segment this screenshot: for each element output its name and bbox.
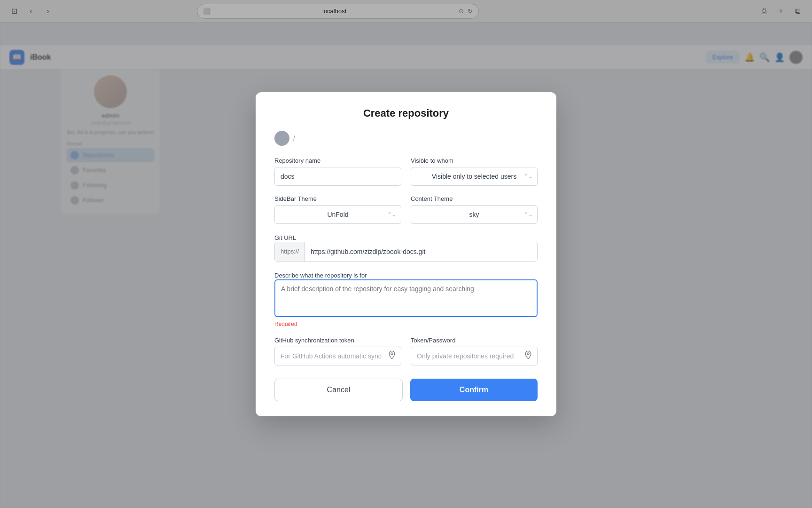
form-row-1: Repository name Visible to whom Visible … xyxy=(274,157,538,186)
visible-select-wrapper: Visible only to selected users xyxy=(411,167,538,186)
sidebar-theme-label: SideBar Theme xyxy=(274,195,401,202)
content-theme-select-wrapper: sky xyxy=(411,205,538,224)
visible-select[interactable]: Visible only to selected users xyxy=(411,167,538,186)
sidebar-theme-select-wrapper: UnFold xyxy=(274,205,401,224)
token-password-label: Token/Password xyxy=(411,337,538,344)
form-row-2: SideBar Theme UnFold Content Theme sky xyxy=(274,195,538,224)
git-url-row: https:// xyxy=(274,242,538,262)
cancel-button[interactable]: Cancel xyxy=(274,379,403,401)
token-password-group: Token/Password xyxy=(411,337,538,365)
svg-point-2 xyxy=(527,352,529,354)
modal-title: Create repository xyxy=(274,107,538,119)
visible-group: Visible to whom Visible only to selected… xyxy=(411,157,538,186)
description-group: Describe what the repository is for Requ… xyxy=(274,271,538,327)
modal-user-row: / xyxy=(274,131,538,146)
description-label: Describe what the repository is for xyxy=(274,272,367,279)
github-token-wrapper xyxy=(274,347,401,365)
github-token-label: GitHub synchronization token xyxy=(274,337,401,344)
fingerprint-icon-right xyxy=(523,350,533,362)
git-url-input[interactable] xyxy=(305,242,537,261)
user-separator: / xyxy=(293,135,295,142)
token-password-wrapper xyxy=(411,347,538,365)
modal-overlay: Create repository / Repository name Visi… xyxy=(0,0,812,508)
sidebar-theme-group: SideBar Theme UnFold xyxy=(274,195,401,224)
github-token-group: GitHub synchronization token xyxy=(274,337,401,365)
svg-point-0 xyxy=(281,135,284,138)
content-theme-group: Content Theme sky xyxy=(411,195,538,224)
confirm-button[interactable]: Confirm xyxy=(410,379,538,401)
repo-name-label: Repository name xyxy=(274,157,401,164)
content-theme-select[interactable]: sky xyxy=(411,205,538,224)
github-token-input[interactable] xyxy=(274,347,401,365)
form-row-3: GitHub synchronization token Token/Passw… xyxy=(274,337,538,365)
token-password-input[interactable] xyxy=(411,347,538,365)
repo-name-input[interactable] xyxy=(274,167,401,186)
visible-label: Visible to whom xyxy=(411,157,538,164)
repo-name-group: Repository name xyxy=(274,157,401,186)
svg-point-1 xyxy=(391,352,393,354)
git-url-label: Git URL xyxy=(274,234,296,241)
required-text: Required xyxy=(274,321,538,327)
git-url-prefix: https:// xyxy=(275,242,305,261)
modal-avatar xyxy=(274,131,289,146)
content-theme-label: Content Theme xyxy=(411,195,538,202)
git-url-group: Git URL https:// xyxy=(274,233,538,262)
create-repository-modal: Create repository / Repository name Visi… xyxy=(256,92,556,416)
modal-footer: Cancel Confirm xyxy=(274,379,538,401)
description-textarea[interactable] xyxy=(274,279,538,317)
fingerprint-icon-left xyxy=(387,350,397,362)
sidebar-theme-select[interactable]: UnFold xyxy=(274,205,401,224)
